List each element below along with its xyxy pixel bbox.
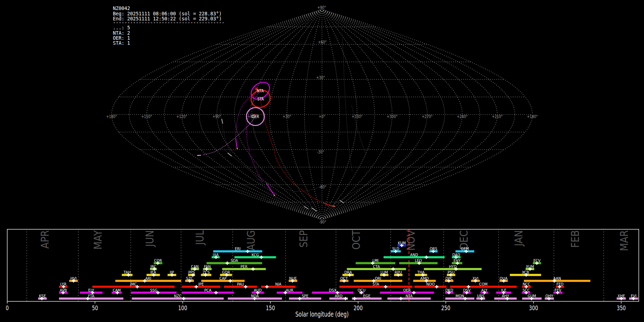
shower-label-NUE: NUE <box>289 277 297 280</box>
x-tick-label: 300 <box>529 304 538 312</box>
month-label-OCT: OCT <box>349 230 362 250</box>
shower-label-DSV: DSV <box>463 288 470 292</box>
longitude-label: +330° <box>352 114 363 119</box>
shower-label-FAN: FAN <box>204 265 211 269</box>
month-label-SEP-text: SEP <box>297 230 310 248</box>
shower-label-THA: THA <box>417 270 425 274</box>
background <box>0 0 644 322</box>
shower-label-LYR: LYR <box>60 282 66 286</box>
radiant-label-NTA: NTA <box>257 88 264 94</box>
longitude-label-text: +180° <box>527 114 538 119</box>
longitude-label: +150° <box>141 114 152 119</box>
latitude-label-text: +90° <box>317 5 326 10</box>
shower-label-GEM: GEM <box>461 247 469 251</box>
shower-label-DRA: DRA <box>344 270 352 274</box>
longitude-label-text: +300° <box>387 114 398 119</box>
shower-label-DPC: DPC <box>445 277 453 280</box>
separator-line: --------------------------------------- <box>113 20 225 25</box>
month-label-NOV-text: NOV <box>404 230 417 251</box>
shower-label-SSG: SSG <box>150 288 157 292</box>
shower-label-NZC: NZC <box>174 294 181 298</box>
x-tick-label-text: 200 <box>353 304 362 312</box>
shower-label-GUM: GUM <box>528 294 536 298</box>
month-label-MAR-text: MAR <box>618 230 631 251</box>
shower-label-CAN: CAN <box>191 265 199 269</box>
month-label-MAY: MAY <box>91 230 104 250</box>
x-tick-label: 350 <box>617 304 626 312</box>
x-tick-label-text: 350 <box>617 304 626 312</box>
longitude-label-text: +0° <box>319 114 326 119</box>
shower-label-FEV: FEV <box>555 288 561 292</box>
latitude-label-text: +30° <box>316 75 325 80</box>
shower-label-ARD: ARD <box>335 294 343 298</box>
shower-label-AVB: AVB <box>60 288 67 292</box>
month-label-JUL-text: JUL <box>193 230 206 245</box>
radiant-label-NTA-text: NTA <box>257 88 264 94</box>
shower-label-XUM: XUM <box>526 265 534 269</box>
count-nta: NTA: 2 <box>113 30 130 36</box>
station-id: NZ0042 <box>113 6 130 11</box>
latitude-label: +90° <box>317 5 326 10</box>
month-label-MAR: MAR <box>618 230 631 251</box>
shower-label-KUM: KUM <box>398 241 406 245</box>
shower-label-EVI: EVI <box>631 294 636 298</box>
month-label-APR-text: APR <box>38 230 52 249</box>
shower-label-OCU: OCU <box>357 288 365 292</box>
shower-label-ORS: ORS <box>430 247 437 251</box>
shower-label-KSE: KSE <box>39 294 46 298</box>
latitude-label-text: -90° <box>319 220 326 225</box>
shower-label-URS: URS <box>477 294 484 298</box>
shower-label-AUR: AUR <box>286 288 293 292</box>
longitude-label: +270° <box>422 114 433 119</box>
shower-label-FTA: FTA <box>88 294 94 298</box>
x-tick-label: 150 <box>266 304 275 312</box>
shower-label-DSX: DSX <box>329 288 336 292</box>
x-tick-label: 100 <box>178 304 187 312</box>
meteor-trail-tip <box>274 195 275 196</box>
shower-label-PPS: PPS <box>188 270 195 274</box>
month-label-JUN-text: JUN <box>143 230 156 247</box>
shower-label-KCG: KCG <box>252 253 259 257</box>
shower-label-HYD: HYD <box>449 265 457 269</box>
shower-label-GDR: GDR <box>222 270 230 274</box>
latitude-label-text: +60° <box>318 40 327 45</box>
shower-label-XVI: XVI <box>473 277 479 280</box>
shower-label-AAN: AAN <box>553 277 561 280</box>
shower-label-DAD: DAD <box>452 253 460 257</box>
shower-label-ALY: ALY <box>481 288 488 292</box>
shower-label-SLD: SLD <box>392 247 399 251</box>
longitude-label-text: +330° <box>352 114 363 119</box>
shower-label-ELY: ELY <box>88 288 95 292</box>
latitude-label: +30° <box>316 75 325 80</box>
month-label-JUN: JUN <box>143 230 156 247</box>
longitude-label-text: +150° <box>141 114 152 119</box>
shower-label-TAH: TAH <box>123 270 131 274</box>
longitude-label: +180° <box>106 114 117 119</box>
shower-label-HVI: HVI <box>70 277 77 280</box>
shower-label-OER: OER <box>403 288 411 292</box>
shower-label-SCC: SCC <box>522 288 530 292</box>
month-label-AUG-text: AUG <box>244 230 257 250</box>
shower-label-SDA: SDA <box>231 259 238 263</box>
shower-label-LUM: LUM <box>380 270 388 274</box>
shower-label-IPE: IPE <box>198 282 204 286</box>
x-tick-label-text: 250 <box>441 304 450 312</box>
shower-label-PSU: PSU <box>448 270 455 274</box>
shower-label-CAP: CAP <box>219 277 226 280</box>
x-axis-title: Solar longitude (deg) <box>296 311 349 318</box>
longitude-label: +240° <box>457 114 468 119</box>
shower-label-NDA: NDA <box>251 294 259 298</box>
begin-time-line: Beg: 20251111 08:06:00 (sol = 228.83°) <box>113 11 222 16</box>
meteor-trail-tip <box>236 148 238 149</box>
shower-label-IEA: IEA <box>150 270 156 274</box>
shower-label-ORI: ORI <box>375 277 381 280</box>
shower-label-IIP: IIP <box>170 270 174 274</box>
shower-label-EGE: EGE <box>363 294 370 298</box>
x-tick-label-text: 300 <box>529 304 538 312</box>
longitude-label-text: +210° <box>492 114 503 119</box>
shower-label-ILE: ILE <box>501 288 506 292</box>
longitude-label-text: +90° <box>213 114 221 119</box>
shower-label-LEO: LEO <box>415 259 422 263</box>
latitude-label: -90° <box>319 220 326 225</box>
month-label-NOV: NOV <box>404 230 417 251</box>
